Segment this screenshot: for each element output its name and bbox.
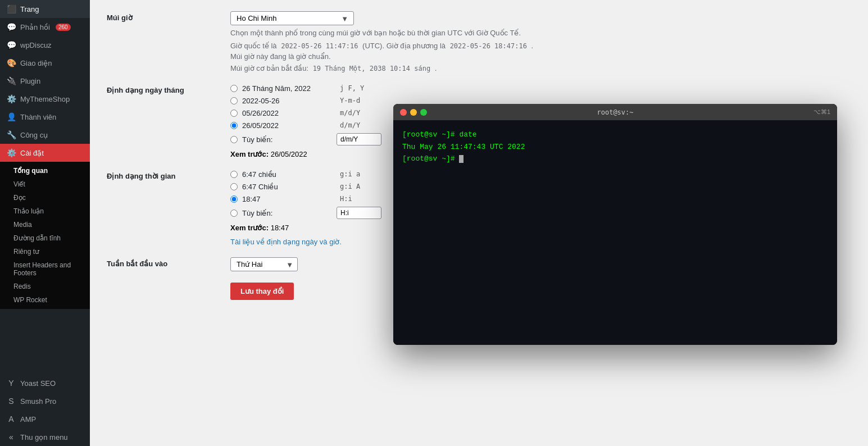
yoast-icon: Y: [7, 379, 16, 388]
date-format-option-1: 26 Tháng Năm, 2022 j F, Y: [230, 84, 851, 93]
time-format-label: Định dạng thời gian: [107, 170, 219, 180]
date-format-label-5: Tùy biến:: [242, 135, 332, 144]
utc-time: 2022-05-26 11:47:16: [279, 42, 360, 51]
date-format-label-2: 2022-05-26: [242, 97, 332, 105]
date-format-code-3: m/d/Y: [337, 108, 363, 117]
date-format-code-2: Y-m-d: [337, 96, 363, 105]
smush-icon: S: [7, 397, 16, 406]
terminal-titlebar: root@sv:~ ⌥⌘1: [393, 104, 837, 120]
date-format-radio-3[interactable]: [230, 110, 238, 117]
time-format-label-1: 6:47 chiều: [242, 170, 332, 179]
terminal-prompt-1: [root@sv ~]# date: [402, 130, 477, 139]
time-format-label-4: Tùy biến:: [242, 209, 332, 217]
sub-wp-rocket[interactable]: WP Rocket: [0, 293, 90, 307]
comment-icon: 💬: [7, 22, 16, 31]
sidebar-item-amp[interactable]: A AMP: [0, 410, 90, 428]
week-select-wrapper[interactable]: Thứ Hai Chủ Nhật ▼: [230, 257, 298, 271]
terminal-close-button[interactable]: [400, 109, 407, 116]
sidebar-item-phan-hoi[interactable]: 💬 Phản hồi 260: [0, 18, 90, 36]
doc-link[interactable]: Tài liệu về định dạng ngày và giờ.: [230, 238, 342, 246]
timezone-row: Múi giờ Ho Chi Minh UTC ▼ Chọn một thành…: [107, 11, 851, 72]
terminal-line-1: [root@sv ~]# date: [402, 129, 828, 140]
home-icon: ⬛: [7, 4, 16, 13]
sidebar-item-mythemeshop[interactable]: ⚙️ MyThemeShop: [0, 90, 90, 108]
base-time: 19 Tháng Một, 2038 10:14 sáng: [311, 64, 433, 73]
sidebar-item-thu-gon[interactable]: « Thu gọn menu: [0, 428, 90, 446]
terminal-maximize-button[interactable]: [420, 109, 427, 116]
date-format-code-4: d/m/Y: [337, 121, 363, 130]
terminal-output-1: Thu May 26 11:47:43 UTC 2022: [402, 143, 525, 151]
time-format-radio-4[interactable]: [230, 210, 238, 217]
local-time: 2022-05-26 18:47:16: [448, 42, 529, 51]
collapse-icon: «: [7, 433, 16, 442]
timezone-base: Múi giờ cơ bản bắt đầu: 19 Tháng Một, 20…: [230, 64, 851, 72]
sidebar-item-giao-dien[interactable]: 🎨 Giao diện: [0, 54, 90, 72]
sidebar-item-cai-dat[interactable]: ⚙️ Cài đặt: [0, 144, 90, 162]
settings-icon: ⚙️: [7, 148, 16, 157]
mythemeshop-icon: ⚙️: [7, 94, 16, 103]
sub-media[interactable]: Media: [0, 218, 90, 231]
terminal-window[interactable]: root@sv:~ ⌥⌘1 [root@sv ~]# date Thu May …: [393, 104, 837, 345]
timezone-label: Múi giờ: [107, 11, 219, 22]
sidebar-item-plugin[interactable]: 🔌 Plugin: [0, 72, 90, 90]
terminal-line-3: [root@sv ~]#: [402, 153, 828, 165]
time-format-label-2: 6:47 Chiều: [242, 183, 332, 191]
time-format-radio-2[interactable]: [230, 183, 238, 190]
time-format-radio-1[interactable]: [230, 171, 238, 178]
terminal-shortcut: ⌥⌘1: [814, 108, 830, 116]
timezone-utc-info: Giờ quốc tế là 2022-05-26 11:47:16 (UTC)…: [230, 42, 851, 50]
date-format-label-1: 26 Tháng Năm, 2022: [242, 84, 332, 93]
sidebar: ⬛ Trang 💬 Phản hồi 260 💬 wpDiscuz 🎨 Giao…: [0, 0, 90, 446]
sub-viet[interactable]: Viết: [0, 178, 90, 191]
time-format-code-3: H:i: [337, 194, 356, 203]
sub-redis[interactable]: Redis: [0, 280, 90, 293]
sub-duong-dan[interactable]: Đường dẫn tĩnh: [0, 231, 90, 245]
time-format-label-3: 18:47: [242, 195, 332, 203]
timezone-select[interactable]: Ho Chi Minh UTC: [230, 11, 354, 25]
sidebar-item-trang[interactable]: ⬛ Trang: [0, 0, 90, 18]
save-button[interactable]: Lưu thay đổi: [230, 283, 294, 300]
timezone-note: Múi giờ này đang là giờ chuẩn.: [230, 52, 851, 61]
date-format-radio-5[interactable]: [230, 136, 238, 143]
wpdiscuz-icon: 💬: [7, 40, 16, 49]
date-format-radio-2[interactable]: [230, 97, 238, 104]
terminal-prompt-2: [root@sv ~]#: [402, 154, 459, 163]
timezone-help: Chọn một thành phố trong cùng múi giờ vớ…: [230, 29, 851, 37]
time-format-code-1: g:i a: [337, 170, 363, 179]
sub-doc[interactable]: Đọc: [0, 191, 90, 204]
time-format-radio-3[interactable]: [230, 195, 238, 203]
sub-rieng-tu[interactable]: Riêng tư: [0, 245, 90, 258]
terminal-cursor: [459, 155, 463, 163]
sub-thao-luan[interactable]: Thảo luận: [0, 204, 90, 218]
sidebar-item-smush-pro[interactable]: S Smush Pro: [0, 392, 90, 410]
date-format-label-3: 05/26/2022: [242, 109, 332, 117]
sidebar-item-wpdiscuz[interactable]: 💬 wpDiscuz: [0, 36, 90, 54]
time-format-custom-input[interactable]: [337, 207, 381, 219]
date-format-radio-1[interactable]: [230, 85, 238, 92]
date-format-label-4: 26/05/2022: [242, 121, 332, 130]
time-format-code-2: g:i A: [337, 182, 363, 191]
sidebar-item-thanh-vien[interactable]: 👤 Thành viên: [0, 108, 90, 126]
plugin-icon: 🔌: [7, 76, 16, 85]
tools-icon: 🔧: [7, 130, 16, 139]
date-format-label: Định dạng ngày tháng: [107, 84, 219, 94]
timezone-control: Ho Chi Minh UTC ▼ Chọn một thành phố tro…: [230, 11, 851, 72]
theme-icon: 🎨: [7, 58, 16, 67]
timezone-select-wrapper[interactable]: Ho Chi Minh UTC ▼: [230, 11, 354, 25]
sidebar-item-yoast[interactable]: Y Yoast SEO: [0, 374, 90, 392]
main-content: Múi giờ Ho Chi Minh UTC ▼ Chọn một thành…: [90, 0, 868, 446]
terminal-body[interactable]: [root@sv ~]# date Thu May 26 11:47:43 UT…: [393, 120, 837, 345]
date-format-radio-4[interactable]: [230, 122, 238, 129]
user-icon: 👤: [7, 112, 16, 121]
terminal-line-2: Thu May 26 11:47:43 UTC 2022: [402, 142, 828, 153]
sub-tong-quan[interactable]: Tổng quan: [0, 164, 90, 178]
phan-hoi-badge: 260: [56, 24, 71, 31]
week-start-select[interactable]: Thứ Hai Chủ Nhật: [230, 257, 298, 271]
sidebar-item-cong-cu[interactable]: 🔧 Công cụ: [0, 126, 90, 144]
terminal-title: root@sv:~: [597, 108, 633, 116]
week-start-label: Tuần bắt đầu vào: [107, 257, 219, 268]
sub-insert-headers[interactable]: Insert Headers and Footers: [0, 258, 90, 280]
date-format-custom-input[interactable]: [337, 133, 381, 145]
terminal-minimize-button[interactable]: [410, 109, 417, 116]
amp-icon: A: [7, 415, 16, 424]
